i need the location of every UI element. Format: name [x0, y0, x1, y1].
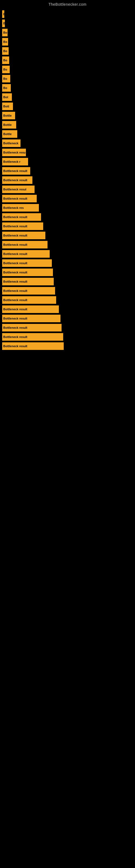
bar-item: Bottleneck result [2, 333, 63, 341]
bars-container: BBBoBoBoBoBoBoBoBotBottBottleBottleBottl… [0, 8, 135, 354]
bar-row: Bottleneck res [2, 204, 135, 212]
bar-row: Bottleneck resu [2, 149, 135, 156]
bar-label: Bottle [3, 132, 12, 135]
bar-row: Bottleneck result [2, 167, 135, 175]
bar-label: Bottleneck result [3, 179, 27, 182]
bar-label: Bottleneck r [3, 160, 20, 163]
bar-row: Bottleneck result [2, 278, 135, 285]
bar-label: Bottleneck result [3, 243, 27, 246]
bar-row: Bottle [2, 130, 135, 138]
bar-row: B [2, 20, 135, 27]
bar-item: Bottleneck r [2, 158, 28, 165]
bar-item: Bo [2, 66, 10, 73]
bar-row: Bottleneck result [2, 315, 135, 322]
bar-label: Bottleneck result [3, 335, 27, 339]
bar-item: Bottleneck result [2, 195, 37, 203]
bar-label: Bottleneck resul [3, 188, 27, 191]
bar-item: Bottle [2, 130, 17, 138]
bar-label: Bottleneck result [3, 308, 27, 311]
bar-row: Bottleneck result [2, 287, 135, 294]
bar-item: Bottleneck result [2, 259, 52, 267]
bar-row: Bottleneck result [2, 195, 135, 203]
bar-item: Bo [2, 56, 9, 64]
bar-item: Bott [2, 102, 13, 110]
bar-item: Bo [2, 29, 8, 36]
bar-label: Bot [3, 95, 8, 99]
site-title-container: TheBottlenecker.com [0, 0, 135, 8]
bar-label: Bottleneck result [3, 234, 27, 237]
bar-label: Bottleneck result [3, 261, 27, 265]
bar-item: Bottleneck result [2, 222, 43, 230]
bar-item: B [2, 10, 4, 18]
bar-row: Bottleneck result [2, 342, 135, 350]
bar-row: Bottleneck [2, 140, 135, 147]
bar-row: Bottleneck result [2, 231, 135, 239]
bar-label: Bottleneck result [3, 289, 27, 292]
bar-row: Bo [2, 38, 135, 45]
bar-label: Bottleneck result [3, 169, 27, 173]
bar-row: Bottleneck result [2, 305, 135, 313]
bar-label: Bo [3, 40, 7, 43]
bar-item: Bot [2, 93, 12, 101]
bar-label: Bottleneck result [3, 326, 27, 329]
bar-row: Bo [2, 75, 135, 83]
bar-item: Bo [2, 38, 8, 45]
bar-item: Bottleneck result [2, 241, 48, 248]
bar-row: Bottle [2, 112, 135, 119]
bar-label: Bottleneck result [3, 252, 27, 255]
bar-label: Bott [3, 105, 9, 108]
bar-row: B [2, 10, 135, 18]
bar-label: B [3, 12, 4, 16]
bar-label: Bottle [3, 123, 12, 126]
bar-label: Bottle [3, 114, 12, 117]
bar-label: Bottleneck resu [3, 151, 26, 154]
bar-item: B [2, 20, 5, 27]
bar-item: Bottleneck resu [2, 149, 26, 156]
bar-row: Bottleneck result [2, 333, 135, 341]
bar-item: Bottleneck result [2, 342, 64, 350]
bar-item: Bottleneck result [2, 296, 56, 304]
bar-label: Bottleneck res [3, 206, 24, 209]
bar-row: Bottleneck result [2, 222, 135, 230]
bar-row: Bot [2, 93, 135, 101]
bar-row: Bottle [2, 121, 135, 129]
bar-item: Bo [2, 75, 10, 83]
bar-item: Bottle [2, 112, 15, 119]
bar-label: Bottleneck result [3, 299, 27, 302]
bar-row: Bott [2, 102, 135, 110]
bar-item: Bottleneck result [2, 213, 41, 221]
bar-row: Bottleneck result [2, 176, 135, 184]
bar-row: Bottleneck result [2, 324, 135, 332]
bar-row: Bo [2, 47, 135, 55]
bar-label: B [3, 22, 5, 25]
bar-item: Bottleneck result [2, 176, 32, 184]
bar-row: Bottleneck result [2, 213, 135, 221]
bar-label: Bo [3, 86, 7, 90]
bar-item: Bottle [2, 121, 16, 129]
bar-label: Bottleneck result [3, 344, 27, 348]
bar-row: Bo [2, 56, 135, 64]
site-title: TheBottlenecker.com [0, 0, 135, 8]
bar-item: Bottleneck result [2, 287, 55, 294]
bar-item: Bo [2, 84, 11, 92]
bar-label: Bottleneck result [3, 225, 27, 228]
bar-label: Bo [3, 77, 7, 80]
bar-row: Bottleneck result [2, 269, 135, 276]
bar-item: Bottleneck res [2, 204, 39, 212]
bar-item: Bottleneck result [2, 250, 50, 258]
bar-row: Bottleneck result [2, 241, 135, 248]
bar-row: Bottleneck r [2, 158, 135, 165]
bar-item: Bottleneck result [2, 324, 61, 332]
bar-label: Bottleneck result [3, 197, 27, 200]
bar-item: Bottleneck result [2, 167, 30, 175]
bar-item: Bottleneck result [2, 231, 45, 239]
bar-row: Bottleneck result [2, 296, 135, 304]
bar-row: Bottleneck result [2, 259, 135, 267]
bar-item: Bottleneck result [2, 269, 53, 276]
bar-label: Bo [3, 31, 7, 34]
bar-item: Bottleneck resul [2, 186, 35, 193]
bar-label: Bottleneck result [3, 280, 27, 283]
bar-item: Bottleneck [2, 140, 20, 147]
bar-label: Bottleneck result [3, 317, 27, 320]
bar-item: Bo [2, 47, 9, 55]
